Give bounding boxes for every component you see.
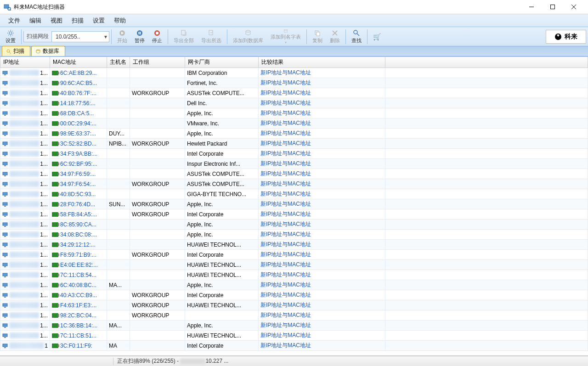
compare-link[interactable]: 新IP地址与MAC地址	[260, 312, 311, 318]
compare-link[interactable]: 新IP地址与MAC地址	[260, 150, 311, 157]
table-row[interactable]: 1...7C:11:CB:54...HUAWEI TECHNOL...新IP地址…	[0, 270, 588, 280]
table-row[interactable]: 1...40:8D:5C:93...GIGA-BYTE TECHNO...新IP…	[0, 189, 588, 199]
cell-workgroup	[130, 260, 185, 270]
table-row[interactable]: 1...3C:52:82:BD...NPIB...WORKGROUPHewlet…	[0, 139, 588, 149]
compare-link[interactable]: 新IP地址与MAC地址	[260, 302, 311, 308]
table-row[interactable]: 1...40:B0:76:7F:...WORKGROUPASUSTek COMP…	[0, 88, 588, 98]
menu-file[interactable]: 文件	[4, 15, 25, 27]
table-row[interactable]: 1...E4:0E:EE:82:...HUAWEI TECHNOL...新IP地…	[0, 260, 588, 270]
compare-link[interactable]: 新IP地址与MAC地址	[260, 251, 311, 258]
cell-blank	[385, 290, 588, 300]
compare-link[interactable]: 新IP地址与MAC地址	[260, 79, 311, 86]
redacted-ip	[10, 231, 39, 237]
table-row[interactable]: 1...34:F3:9A:BB:...Intel Corporate新IP地址与…	[0, 149, 588, 159]
export-sel-icon	[208, 29, 215, 37]
database-icon	[244, 29, 252, 37]
cell-blank	[385, 88, 588, 98]
col-header-host[interactable]: 主机名	[107, 57, 130, 68]
compare-link[interactable]: 新IP地址与MAC地址	[260, 261, 311, 268]
tab-database[interactable]: 数据库	[31, 46, 65, 56]
cell-compare: 新IP地址与MAC地址	[259, 260, 385, 270]
compare-link[interactable]: 新IP地址与MAC地址	[260, 191, 311, 197]
compare-link[interactable]: 新IP地址与MAC地址	[260, 201, 311, 207]
table-row[interactable]: 1...6C:92:BF:95:...Inspur Electronic Inf…	[0, 159, 588, 169]
add-name-button[interactable]: 添加到名字表 ▾	[267, 28, 305, 45]
setup-button[interactable]: 设置	[2, 28, 19, 45]
table-row[interactable]: 1...F8:59:71:B9:...WORKGROUPIntel Corpor…	[0, 250, 588, 260]
menu-scan[interactable]: 扫描	[67, 15, 88, 27]
menu-edit[interactable]: 编辑	[25, 15, 46, 27]
table-row[interactable]: 1...90:6C:AC:B5...Fortinet, Inc.新IP地址与MA…	[0, 78, 588, 88]
compare-link[interactable]: 新IP地址与MAC地址	[260, 100, 311, 106]
table-row[interactable]: 1...34:08:BC:08:...Apple, Inc.新IP地址与MAC地…	[0, 230, 588, 240]
compare-link[interactable]: 新IP地址与MAC地址	[260, 241, 311, 248]
compare-link[interactable]: 新IP地址与MAC地址	[260, 332, 311, 338]
start-button[interactable]: 开始	[113, 28, 131, 45]
col-header-mac[interactable]: MAC地址	[50, 57, 107, 68]
find-button[interactable]: 查找	[348, 28, 365, 45]
table-row[interactable]: 1...6C:40:08:BC...MA...Apple, Inc.新IP地址与…	[0, 280, 588, 290]
table-row[interactable]: 1...34:97:F6:59:...ASUSTek COMPUTE...新IP…	[0, 169, 588, 179]
col-header-workgroup[interactable]: 工作组	[130, 57, 185, 68]
col-header-compare[interactable]: 比较结果	[259, 57, 385, 68]
pause-button[interactable]: 暂停	[131, 28, 148, 45]
compare-link[interactable]: 新IP地址与MAC地址	[260, 282, 311, 288]
scan-range-input[interactable]: 扫描网段 10.0/255.. ▾	[23, 31, 109, 42]
compare-link[interactable]: 新IP地址与MAC地址	[260, 180, 311, 187]
cell-mac: 1C:36:BB:14:...	[50, 321, 107, 331]
mac-text: 6C:92:BF:95:...	[60, 161, 97, 167]
compare-link[interactable]: 新IP地址与MAC地址	[260, 69, 311, 76]
table-row[interactable]: 1...98:2C:BC:04...WORKGROUP新IP地址与MAC地址	[0, 310, 588, 321]
table-row[interactable]: 1...34:29:12:12:...HUAWEI TECHNOL...新IP地…	[0, 240, 588, 250]
table-row[interactable]: 1...00:0C:29:94:...VMware, Inc.新IP地址与MAC…	[0, 118, 588, 129]
redacted-ip	[10, 312, 39, 318]
compare-link[interactable]: 新IP地址与MAC地址	[260, 90, 311, 96]
maximize-button[interactable]	[542, 0, 563, 14]
compare-link[interactable]: 新IP地址与MAC地址	[260, 342, 311, 349]
table-row[interactable]: 1...8C:85:90:CA...Apple, Inc.新IP地址与MAC地址	[0, 220, 588, 230]
menu-help[interactable]: 帮助	[109, 15, 130, 27]
add-db-button[interactable]: 添加到数据库	[229, 28, 267, 45]
menu-settings[interactable]: 设置	[88, 15, 109, 27]
compare-link[interactable]: 新IP地址与MAC地址	[260, 110, 311, 116]
table-row[interactable]: 1...40:A3:CC:B9...WORKGROUPIntel Corpora…	[0, 290, 588, 300]
table-row[interactable]: 1...34:97:F6:54:...WORKGROUPASUSTek COMP…	[0, 179, 588, 189]
export-all-button[interactable]: 导出全部	[170, 28, 198, 45]
cell-ip: 1...	[0, 169, 50, 179]
cart-icon[interactable]: 🛒	[373, 33, 381, 40]
compare-link[interactable]: 新IP地址与MAC地址	[260, 271, 311, 278]
compare-link[interactable]: 新IP地址与MAC地址	[260, 140, 311, 146]
stop-button[interactable]: 停止	[148, 28, 166, 45]
compare-link[interactable]: 新IP地址与MAC地址	[260, 231, 311, 237]
compare-link[interactable]: 新IP地址与MAC地址	[260, 170, 311, 177]
compare-link[interactable]: 新IP地址与MAC地址	[260, 160, 311, 167]
compare-link[interactable]: 新IP地址与MAC地址	[260, 130, 311, 136]
export-sel-button[interactable]: 导出所选	[198, 28, 225, 45]
col-header-ip[interactable]: IP地址	[0, 57, 50, 68]
table-row[interactable]: 1...14:18:77:56:...Dell Inc.新IP地址与MAC地址	[0, 98, 588, 108]
minimize-button[interactable]	[521, 0, 542, 14]
table-row[interactable]: 1...F4:63:1F:E3:...WORKGROUPHUAWEI TECHN…	[0, 300, 588, 310]
compare-link[interactable]: 新IP地址与MAC地址	[260, 292, 311, 298]
compare-link[interactable]: 新IP地址与MAC地址	[260, 221, 311, 227]
compare-link[interactable]: 新IP地址与MAC地址	[260, 322, 311, 328]
col-header-vendor[interactable]: 网卡厂商	[185, 57, 259, 68]
brand-box[interactable]: 科来	[546, 30, 586, 44]
delete-button[interactable]: 删除	[326, 28, 344, 45]
results-table-wrap[interactable]: IP地址 MAC地址 主机名 工作组 网卡厂商 比较结果 1...6C:AE:8…	[0, 56, 588, 356]
table-row[interactable]: 1...1C:36:BB:14:...MA...Apple, Inc.新IP地址…	[0, 321, 588, 331]
tab-scan[interactable]: 扫描	[2, 46, 30, 56]
chevron-down-icon[interactable]: ▾	[102, 32, 109, 41]
table-row[interactable]: 1...6C:AE:8B:29...IBM Corporation新IP地址与M…	[0, 68, 588, 78]
table-row[interactable]: 1...98:9E:63:37:...DUY...Apple, Inc.新IP地…	[0, 129, 588, 139]
table-row[interactable]: 1...68:DB:CA:5...Apple, Inc.新IP地址与MAC地址	[0, 108, 588, 118]
copy-button[interactable]: 复制	[309, 28, 326, 45]
compare-link[interactable]: 新IP地址与MAC地址	[260, 211, 311, 217]
close-button[interactable]	[563, 0, 584, 14]
menu-view[interactable]: 视图	[46, 15, 67, 27]
table-row[interactable]: 1...7C:11:CB:51...HUAWEI TECHNOL...新IP地址…	[0, 331, 588, 341]
table-row[interactable]: 13C:F0:11:F9:MAIntel Corporate新IP地址与MAC地…	[0, 341, 588, 351]
table-row[interactable]: 1...58:FB:84:A5:...WORKGROUPIntel Corpor…	[0, 209, 588, 220]
table-row[interactable]: 1...28:F0:76:4D...SUN...WORKGROUPApple, …	[0, 199, 588, 209]
compare-link[interactable]: 新IP地址与MAC地址	[260, 120, 311, 126]
